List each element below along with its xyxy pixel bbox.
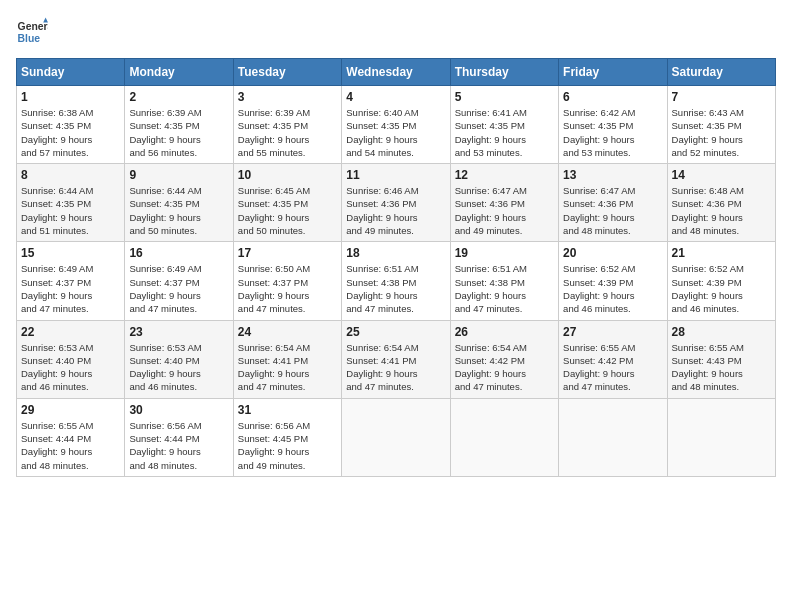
day-info: Sunrise: 6:56 AM Sunset: 4:45 PM Dayligh… — [238, 419, 337, 472]
day-info: Sunrise: 6:55 AM Sunset: 4:44 PM Dayligh… — [21, 419, 120, 472]
day-number: 17 — [238, 246, 337, 260]
day-number: 28 — [672, 325, 771, 339]
day-number: 13 — [563, 168, 662, 182]
calendar-day-cell: 20Sunrise: 6:52 AM Sunset: 4:39 PM Dayli… — [559, 242, 667, 320]
calendar-day-cell: 18Sunrise: 6:51 AM Sunset: 4:38 PM Dayli… — [342, 242, 450, 320]
calendar-week-row: 15Sunrise: 6:49 AM Sunset: 4:37 PM Dayli… — [17, 242, 776, 320]
calendar-day-cell — [559, 398, 667, 476]
day-number: 18 — [346, 246, 445, 260]
day-number: 9 — [129, 168, 228, 182]
calendar-day-cell: 31Sunrise: 6:56 AM Sunset: 4:45 PM Dayli… — [233, 398, 341, 476]
calendar-day-cell: 8Sunrise: 6:44 AM Sunset: 4:35 PM Daylig… — [17, 164, 125, 242]
calendar-day-cell: 3Sunrise: 6:39 AM Sunset: 4:35 PM Daylig… — [233, 86, 341, 164]
calendar-day-cell: 5Sunrise: 6:41 AM Sunset: 4:35 PM Daylig… — [450, 86, 558, 164]
day-number: 29 — [21, 403, 120, 417]
day-info: Sunrise: 6:48 AM Sunset: 4:36 PM Dayligh… — [672, 184, 771, 237]
day-info: Sunrise: 6:52 AM Sunset: 4:39 PM Dayligh… — [563, 262, 662, 315]
calendar-day-cell: 10Sunrise: 6:45 AM Sunset: 4:35 PM Dayli… — [233, 164, 341, 242]
day-number: 4 — [346, 90, 445, 104]
day-number: 21 — [672, 246, 771, 260]
day-info: Sunrise: 6:47 AM Sunset: 4:36 PM Dayligh… — [563, 184, 662, 237]
svg-marker-2 — [43, 18, 48, 23]
day-info: Sunrise: 6:44 AM Sunset: 4:35 PM Dayligh… — [129, 184, 228, 237]
calendar-day-cell: 7Sunrise: 6:43 AM Sunset: 4:35 PM Daylig… — [667, 86, 775, 164]
day-number: 20 — [563, 246, 662, 260]
calendar-day-cell: 11Sunrise: 6:46 AM Sunset: 4:36 PM Dayli… — [342, 164, 450, 242]
calendar-day-cell: 21Sunrise: 6:52 AM Sunset: 4:39 PM Dayli… — [667, 242, 775, 320]
day-number: 30 — [129, 403, 228, 417]
day-info: Sunrise: 6:49 AM Sunset: 4:37 PM Dayligh… — [129, 262, 228, 315]
weekday-header: Sunday — [17, 59, 125, 86]
day-info: Sunrise: 6:54 AM Sunset: 4:41 PM Dayligh… — [346, 341, 445, 394]
calendar-day-cell: 29Sunrise: 6:55 AM Sunset: 4:44 PM Dayli… — [17, 398, 125, 476]
calendar-day-cell: 28Sunrise: 6:55 AM Sunset: 4:43 PM Dayli… — [667, 320, 775, 398]
day-number: 19 — [455, 246, 554, 260]
day-info: Sunrise: 6:45 AM Sunset: 4:35 PM Dayligh… — [238, 184, 337, 237]
calendar-day-cell: 15Sunrise: 6:49 AM Sunset: 4:37 PM Dayli… — [17, 242, 125, 320]
calendar-day-cell: 13Sunrise: 6:47 AM Sunset: 4:36 PM Dayli… — [559, 164, 667, 242]
day-info: Sunrise: 6:39 AM Sunset: 4:35 PM Dayligh… — [238, 106, 337, 159]
day-info: Sunrise: 6:38 AM Sunset: 4:35 PM Dayligh… — [21, 106, 120, 159]
day-number: 10 — [238, 168, 337, 182]
day-info: Sunrise: 6:51 AM Sunset: 4:38 PM Dayligh… — [455, 262, 554, 315]
day-info: Sunrise: 6:53 AM Sunset: 4:40 PM Dayligh… — [129, 341, 228, 394]
calendar-day-cell: 12Sunrise: 6:47 AM Sunset: 4:36 PM Dayli… — [450, 164, 558, 242]
day-info: Sunrise: 6:52 AM Sunset: 4:39 PM Dayligh… — [672, 262, 771, 315]
day-info: Sunrise: 6:51 AM Sunset: 4:38 PM Dayligh… — [346, 262, 445, 315]
calendar-day-cell: 19Sunrise: 6:51 AM Sunset: 4:38 PM Dayli… — [450, 242, 558, 320]
day-number: 1 — [21, 90, 120, 104]
calendar-week-row: 29Sunrise: 6:55 AM Sunset: 4:44 PM Dayli… — [17, 398, 776, 476]
day-number: 14 — [672, 168, 771, 182]
day-number: 8 — [21, 168, 120, 182]
calendar-day-cell — [667, 398, 775, 476]
logo-icon: General Blue — [16, 16, 48, 48]
day-number: 3 — [238, 90, 337, 104]
day-number: 11 — [346, 168, 445, 182]
day-info: Sunrise: 6:53 AM Sunset: 4:40 PM Dayligh… — [21, 341, 120, 394]
day-info: Sunrise: 6:55 AM Sunset: 4:43 PM Dayligh… — [672, 341, 771, 394]
weekday-header: Tuesday — [233, 59, 341, 86]
day-info: Sunrise: 6:54 AM Sunset: 4:41 PM Dayligh… — [238, 341, 337, 394]
calendar-day-cell: 6Sunrise: 6:42 AM Sunset: 4:35 PM Daylig… — [559, 86, 667, 164]
calendar-week-row: 22Sunrise: 6:53 AM Sunset: 4:40 PM Dayli… — [17, 320, 776, 398]
calendar-table: SundayMondayTuesdayWednesdayThursdayFrid… — [16, 58, 776, 477]
day-number: 7 — [672, 90, 771, 104]
day-info: Sunrise: 6:50 AM Sunset: 4:37 PM Dayligh… — [238, 262, 337, 315]
day-number: 16 — [129, 246, 228, 260]
calendar-day-cell — [342, 398, 450, 476]
day-number: 25 — [346, 325, 445, 339]
day-info: Sunrise: 6:43 AM Sunset: 4:35 PM Dayligh… — [672, 106, 771, 159]
calendar-day-cell: 16Sunrise: 6:49 AM Sunset: 4:37 PM Dayli… — [125, 242, 233, 320]
day-info: Sunrise: 6:47 AM Sunset: 4:36 PM Dayligh… — [455, 184, 554, 237]
day-info: Sunrise: 6:39 AM Sunset: 4:35 PM Dayligh… — [129, 106, 228, 159]
day-number: 12 — [455, 168, 554, 182]
calendar-week-row: 1Sunrise: 6:38 AM Sunset: 4:35 PM Daylig… — [17, 86, 776, 164]
calendar-day-cell: 27Sunrise: 6:55 AM Sunset: 4:42 PM Dayli… — [559, 320, 667, 398]
page-header: General Blue — [16, 16, 776, 48]
day-number: 6 — [563, 90, 662, 104]
weekday-header: Monday — [125, 59, 233, 86]
day-info: Sunrise: 6:42 AM Sunset: 4:35 PM Dayligh… — [563, 106, 662, 159]
calendar-day-cell: 22Sunrise: 6:53 AM Sunset: 4:40 PM Dayli… — [17, 320, 125, 398]
day-number: 22 — [21, 325, 120, 339]
weekday-header: Saturday — [667, 59, 775, 86]
day-number: 24 — [238, 325, 337, 339]
day-info: Sunrise: 6:49 AM Sunset: 4:37 PM Dayligh… — [21, 262, 120, 315]
weekday-header: Thursday — [450, 59, 558, 86]
day-info: Sunrise: 6:55 AM Sunset: 4:42 PM Dayligh… — [563, 341, 662, 394]
day-number: 26 — [455, 325, 554, 339]
day-info: Sunrise: 6:40 AM Sunset: 4:35 PM Dayligh… — [346, 106, 445, 159]
calendar-header-row: SundayMondayTuesdayWednesdayThursdayFrid… — [17, 59, 776, 86]
calendar-day-cell: 4Sunrise: 6:40 AM Sunset: 4:35 PM Daylig… — [342, 86, 450, 164]
day-info: Sunrise: 6:54 AM Sunset: 4:42 PM Dayligh… — [455, 341, 554, 394]
weekday-header: Friday — [559, 59, 667, 86]
day-info: Sunrise: 6:56 AM Sunset: 4:44 PM Dayligh… — [129, 419, 228, 472]
logo: General Blue — [16, 16, 48, 48]
calendar-day-cell: 23Sunrise: 6:53 AM Sunset: 4:40 PM Dayli… — [125, 320, 233, 398]
day-info: Sunrise: 6:41 AM Sunset: 4:35 PM Dayligh… — [455, 106, 554, 159]
calendar-day-cell: 1Sunrise: 6:38 AM Sunset: 4:35 PM Daylig… — [17, 86, 125, 164]
calendar-day-cell: 25Sunrise: 6:54 AM Sunset: 4:41 PM Dayli… — [342, 320, 450, 398]
day-info: Sunrise: 6:44 AM Sunset: 4:35 PM Dayligh… — [21, 184, 120, 237]
weekday-header: Wednesday — [342, 59, 450, 86]
calendar-day-cell: 24Sunrise: 6:54 AM Sunset: 4:41 PM Dayli… — [233, 320, 341, 398]
